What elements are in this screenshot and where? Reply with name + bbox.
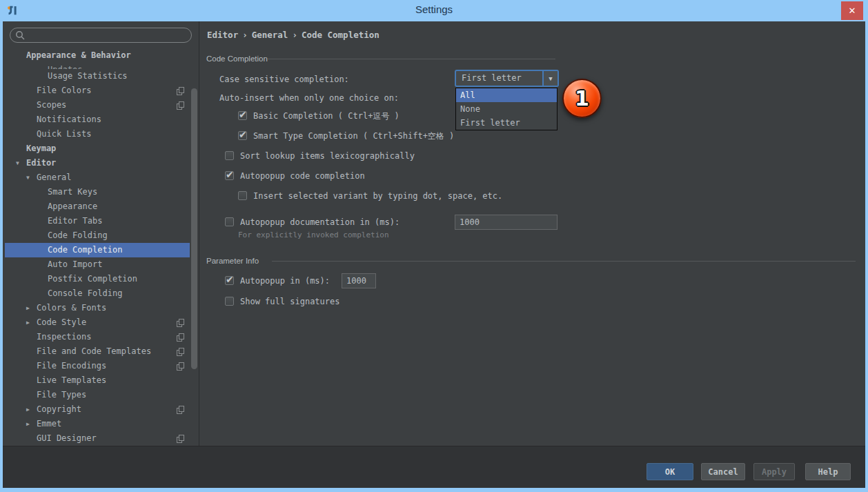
tree-item-label: Keymap (26, 144, 56, 153)
insert-selected-label: Insert selected variant by typing dot, s… (253, 191, 502, 201)
chevron-down-icon[interactable]: ▼ (542, 71, 558, 86)
tree-item-quick-lists[interactable]: Quick Lists (3, 127, 199, 141)
dialog-body: Appearance & BehaviorUpdatesUsage Statis… (3, 21, 865, 446)
case-sensitive-label: Case sensitive completion: (219, 72, 349, 87)
tree-item-label: Code Style (37, 317, 86, 327)
tree-item-general[interactable]: ▼General (3, 170, 199, 185)
param-autopopup-row: Autopopup in (ms): (225, 273, 330, 288)
tree-item-colors-fonts[interactable]: ▶Colors & Fonts (3, 301, 199, 315)
param-autopopup-label: Autopopup in (ms): (240, 276, 330, 286)
tree-item-live-templates[interactable]: Live Templates (3, 373, 199, 388)
group-title-code-completion: Code Completion (206, 54, 268, 63)
smart-type-completion-row: Smart Type Completion ( Ctrl+Shift+空格 ) (238, 128, 454, 144)
shared-settings-icon (177, 362, 184, 370)
tree-item-file-encodings[interactable]: File Encodings (3, 359, 199, 373)
tree-item-editor-tabs[interactable]: Editor Tabs (3, 214, 199, 228)
param-autopopup-checkbox[interactable] (225, 276, 234, 285)
shared-settings-icon (177, 101, 184, 109)
autopopup-doc-checkbox[interactable] (225, 217, 234, 226)
tree-item-notifications[interactable]: Notifications (3, 112, 199, 127)
annotation-badge-1: 1 (562, 79, 602, 118)
combo-option-first-letter[interactable]: First letter (456, 116, 557, 130)
autopopup-doc-ms-field[interactable] (455, 215, 558, 230)
tree-item-updates[interactable]: Updates (3, 63, 199, 69)
tree-item-appearance[interactable]: Appearance (3, 199, 199, 214)
tree-item-label: Quick Lists (37, 129, 91, 139)
combobox-dropdown-popup: AllNoneFirst letter (455, 88, 558, 130)
tree-item-label: Copyright (37, 404, 81, 414)
tree-item-label: Editor (26, 158, 56, 168)
autopopup-doc-label: Autopopup documentation in (ms): (240, 217, 400, 227)
tree-item-copyright[interactable]: ▶Copyright (3, 402, 199, 417)
expand-arrow-icon[interactable]: ▶ (26, 315, 37, 330)
ok-button[interactable]: OK (647, 463, 693, 480)
expand-arrow-icon[interactable]: ▶ (26, 417, 37, 431)
tree-item-label: General (37, 173, 72, 182)
tree-item-emmet[interactable]: ▶Emmet (3, 417, 199, 431)
tree-item-scopes[interactable]: Scopes (3, 98, 199, 112)
tree-item-keymap[interactable]: Keymap (3, 141, 199, 156)
tree-item-inspections[interactable]: Inspections (3, 330, 199, 344)
tree-item-code-folding[interactable]: Code Folding (3, 228, 199, 243)
autopopup-code-row: Autopopup code completion (225, 168, 365, 184)
combo-option-all[interactable]: All (456, 88, 557, 102)
basic-completion-row: Basic Completion ( Ctrl+逗号 ) (238, 108, 400, 124)
breadcrumb-item-general[interactable]: General (252, 30, 288, 40)
tree-item-file-colors[interactable]: File Colors (3, 83, 199, 98)
basic-completion-checkbox[interactable] (238, 111, 247, 120)
collapse-arrow-icon[interactable]: ▼ (16, 156, 26, 170)
collapse-arrow-icon[interactable]: ▼ (26, 170, 37, 185)
tree-item-code-style[interactable]: ▶Code Style (3, 315, 199, 330)
expand-arrow-icon[interactable]: ▶ (26, 402, 37, 417)
tree-item-label: Inspections (37, 332, 91, 342)
autopopup-code-checkbox[interactable] (225, 171, 234, 180)
settings-sidebar: Appearance & BehaviorUpdatesUsage Statis… (3, 21, 199, 446)
annotation-badge-number: 1 (575, 86, 589, 110)
combobox-value: First letter (462, 71, 522, 86)
tree-item-code-completion[interactable]: Code Completion (3, 243, 199, 257)
titlebar[interactable]: Settings ✕ (0, 0, 868, 21)
breadcrumb: Editor›General›Code Completion (207, 30, 379, 40)
tree-item-usage-statistics[interactable]: Usage Statistics (3, 69, 199, 83)
tree-item-appearance-behavior[interactable]: Appearance & Behavior (3, 48, 199, 63)
help-button[interactable]: Help (805, 463, 851, 480)
show-full-signatures-checkbox[interactable] (225, 297, 234, 306)
group-title-parameter-info: Parameter Info (206, 256, 259, 266)
tree-item-console-folding[interactable]: Console Folding (3, 286, 199, 301)
settings-window: Settings ✕ Appearance & BehaviorUpdatesU… (0, 0, 868, 492)
shared-settings-icon (177, 87, 184, 95)
smart-type-completion-checkbox[interactable] (238, 131, 247, 140)
case-sensitive-combobox[interactable]: First letter ▼ (455, 70, 559, 87)
tree-item-editor[interactable]: ▼Editor (3, 156, 199, 170)
breadcrumb-item-code-completion: Code Completion (302, 30, 379, 40)
param-autopopup-ms-field[interactable] (342, 273, 376, 288)
tree-item-smart-keys[interactable]: Smart Keys (3, 185, 199, 199)
group-separator-line (268, 59, 555, 59)
breadcrumb-item-editor[interactable]: Editor (207, 30, 238, 40)
combo-option-none[interactable]: None (456, 102, 557, 116)
cancel-button[interactable]: Cancel (701, 463, 745, 480)
tree-item-gui-designer[interactable]: GUI Designer (3, 431, 199, 446)
tree-item-postfix-completion[interactable]: Postfix Completion (3, 272, 199, 286)
sidebar-scrollbar-thumb[interactable] (191, 88, 197, 369)
show-full-signatures-row: Show full signatures (225, 294, 340, 309)
window-title: Settings (0, 3, 868, 15)
close-button[interactable]: ✕ (841, 1, 863, 20)
tree-item-label: Code Completion (48, 245, 122, 255)
doc-note-label: For explicitly invoked completion (238, 228, 389, 243)
search-icon (15, 30, 26, 41)
expand-arrow-icon[interactable]: ▶ (26, 301, 37, 315)
insert-selected-checkbox[interactable] (238, 191, 247, 200)
tree-item-label: File Encodings (37, 361, 106, 371)
shared-settings-icon (177, 406, 184, 413)
tree-item-file-types[interactable]: File Types (3, 388, 199, 402)
settings-search-input[interactable] (10, 28, 192, 43)
tree-item-auto-import[interactable]: Auto Import (3, 257, 199, 272)
sort-lookup-checkbox[interactable] (225, 151, 234, 160)
tree-item-label: Appearance (48, 201, 97, 211)
show-full-signatures-label: Show full signatures (240, 297, 340, 306)
tree-item-label: Auto Import (48, 259, 102, 269)
tree-item-file-and-code-templates[interactable]: File and Code Templates (3, 344, 199, 359)
dialog-footer: OK Cancel Apply Help (3, 446, 865, 488)
apply-button[interactable]: Apply (753, 463, 795, 480)
